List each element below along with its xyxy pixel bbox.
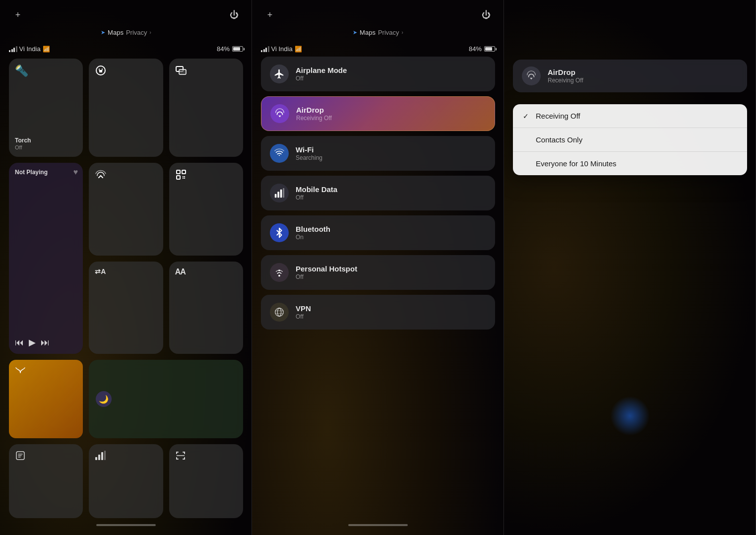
signal-bar-2-1 xyxy=(261,50,262,52)
add-button-1[interactable]: + xyxy=(11,8,25,22)
svg-rect-12 xyxy=(95,457,97,460)
battery-pct-2: 84% xyxy=(469,45,482,53)
not-playing-tile[interactable]: ♥ Not Playing ⏮ ▶ ⏭ xyxy=(9,163,83,354)
add-button-2[interactable]: + xyxy=(263,8,277,22)
svg-rect-8 xyxy=(184,176,185,177)
mobile-data-text: Mobile Data Off xyxy=(296,185,486,201)
screen-mirror-tile[interactable] xyxy=(169,59,243,157)
screen-mirror-icon xyxy=(175,65,187,79)
mobile-data-row[interactable]: Mobile Data Off xyxy=(261,176,495,210)
carrier-label-2: Vi India xyxy=(271,45,293,53)
play-pause-icon[interactable]: ▶ xyxy=(29,337,36,348)
top-controls-2: + ⏻ xyxy=(261,7,495,27)
airdrop-card-subtitle: Receiving Off xyxy=(548,77,738,84)
svg-rect-3 xyxy=(179,69,186,74)
receiving-off-label: Receiving Off xyxy=(536,112,580,120)
location-chevron-2: › xyxy=(402,30,403,35)
location-arrow-2: ➤ xyxy=(353,29,357,36)
bluetooth-row[interactable]: Bluetooth On xyxy=(261,215,495,250)
home-indicator-1 xyxy=(96,524,156,526)
torch-tile[interactable]: 🔦 Torch Off xyxy=(9,59,83,157)
battery-icon-2 xyxy=(484,46,495,52)
vpn-row[interactable]: VPN Off xyxy=(261,295,495,330)
wifi-row[interactable]: Wi-Fi Searching xyxy=(261,136,495,171)
wifi-status-icon-2: 📶 xyxy=(295,46,302,53)
airdrop-icon xyxy=(270,104,289,123)
location-arrow-1: ➤ xyxy=(101,29,105,36)
panel-1: + ⏻ ➤ Maps Privacy › Vi India 📶 xyxy=(0,0,252,535)
airdrop-subtitle: Receiving Off xyxy=(296,115,486,122)
battery-fill-1 xyxy=(233,47,240,51)
everyone-10-item[interactable]: Everyone for 10 Minutes xyxy=(513,152,747,175)
rotate-lock-tile[interactable] xyxy=(89,59,163,157)
svg-rect-4 xyxy=(177,170,180,174)
wifi-subtitle: Searching xyxy=(296,154,486,161)
location-privacy-2: Privacy xyxy=(378,29,399,36)
top-controls-1: + ⏻ xyxy=(9,7,243,27)
airplane-text: Airplane Mode Off xyxy=(296,66,486,82)
wifi-text: Wi-Fi Searching xyxy=(296,145,486,161)
contacts-only-item[interactable]: Contacts Only xyxy=(513,128,747,152)
status-right-2: 84% xyxy=(469,45,495,53)
svg-rect-13 xyxy=(98,455,100,460)
svg-rect-9 xyxy=(183,178,184,179)
carrier-label-1: Vi India xyxy=(19,45,41,53)
scan-bottom-icon xyxy=(175,450,186,463)
hotspot-row[interactable]: Personal Hotspot Off xyxy=(261,255,495,290)
translate-icon: ⇄A xyxy=(95,268,106,275)
svg-point-21 xyxy=(278,275,280,277)
rotate-lock-icon xyxy=(95,65,107,79)
status-left-2: Vi India 📶 xyxy=(261,45,302,53)
wifi-title: Wi-Fi xyxy=(296,145,486,154)
mobile-data-icon xyxy=(270,184,289,202)
battery-fill-2 xyxy=(485,47,492,51)
power-button-1[interactable]: ⏻ xyxy=(227,8,241,22)
memo-tile[interactable] xyxy=(9,444,83,518)
status-right-1: 84% xyxy=(217,45,243,53)
svg-rect-18 xyxy=(277,192,279,198)
signal-bars-2 xyxy=(261,46,269,52)
location-bar-1: ➤ Maps Privacy › xyxy=(9,27,243,43)
wifi-status-icon-1: 📶 xyxy=(43,46,50,53)
airdrop-row[interactable]: AirDrop Receiving Off xyxy=(261,96,495,131)
signal-bar-2-3 xyxy=(265,48,267,52)
bluetooth-icon xyxy=(270,223,289,242)
mobile-data-title: Mobile Data xyxy=(296,185,486,194)
bluetooth-subtitle: On xyxy=(296,234,486,241)
airdrop-card-icon xyxy=(522,67,541,85)
signal-bar-2-2 xyxy=(263,49,265,52)
focus-tile[interactable]: 🌙 xyxy=(89,360,243,438)
cellular-bottom-tile[interactable] xyxy=(89,444,163,518)
torch-icon: 🔦 xyxy=(15,65,28,77)
svg-rect-6 xyxy=(177,176,180,179)
check-receiving-off: ✓ xyxy=(523,112,531,120)
airdrop-title: AirDrop xyxy=(296,106,486,114)
next-track-icon[interactable]: ⏭ xyxy=(41,337,50,348)
airplane-row[interactable]: Airplane Mode Off xyxy=(261,57,495,91)
location-app-2: Maps xyxy=(360,29,376,36)
airdrop-dropdown: ✓ Receiving Off Contacts Only Everyone f… xyxy=(513,104,747,175)
vpn-icon xyxy=(270,303,289,322)
scan-bottom-tile[interactable] xyxy=(169,444,243,518)
wifi-row-icon xyxy=(270,144,289,163)
receiving-off-item[interactable]: ✓ Receiving Off xyxy=(513,104,747,128)
text-size-icon: AA xyxy=(175,268,186,276)
power-button-2[interactable]: ⏻ xyxy=(479,8,493,22)
svg-rect-14 xyxy=(101,452,103,460)
not-playing-label: Not Playing xyxy=(15,169,50,176)
text-size-tile[interactable]: AA xyxy=(169,262,243,354)
hotspot-subtitle: Off xyxy=(296,273,486,280)
signal-bar-4 xyxy=(16,46,17,52)
battery-pct-1: 84% xyxy=(217,45,230,53)
svg-rect-5 xyxy=(182,170,186,174)
hotspot-title: Personal Hotspot xyxy=(296,265,486,273)
translate-tile[interactable]: ⇄A xyxy=(89,262,163,354)
hotspot-text: Personal Hotspot Off xyxy=(296,265,486,280)
qr-scan-tile[interactable] xyxy=(169,163,243,256)
airdrop-card-panel3[interactable]: AirDrop Receiving Off xyxy=(513,60,747,92)
prev-track-icon[interactable]: ⏮ xyxy=(15,337,24,348)
airdrop-card-text: AirDrop Receiving Off xyxy=(548,68,738,84)
yellow-bar-tile[interactable] xyxy=(9,360,83,438)
airdrop-small-tile[interactable] xyxy=(89,163,163,256)
location-bar-2: ➤ Maps Privacy › xyxy=(261,27,495,43)
